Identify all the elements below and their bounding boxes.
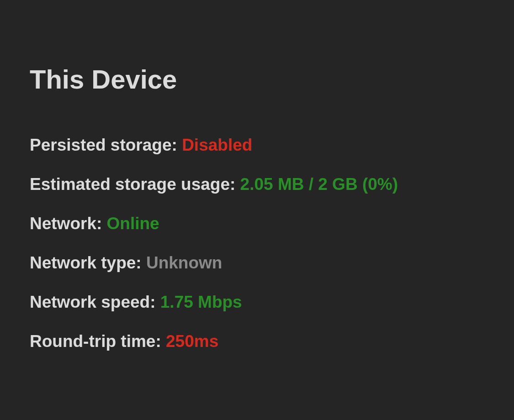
network-type-row: Network type: Unknown [30, 253, 487, 273]
network-speed-label: Network speed: [30, 293, 160, 311]
network-speed-value: 1.75 Mbps [160, 293, 242, 311]
network-value: Online [107, 214, 159, 233]
network-label: Network: [30, 214, 107, 233]
persisted-storage-label: Persisted storage: [30, 136, 182, 154]
network-type-value: Unknown [146, 253, 222, 272]
page-title: This Device [30, 64, 487, 94]
persisted-storage-row: Persisted storage: Disabled [30, 136, 487, 155]
persisted-storage-value: Disabled [182, 136, 252, 154]
network-type-label: Network type: [30, 253, 146, 272]
network-row: Network: Online [30, 214, 487, 233]
estimated-storage-label: Estimated storage usage: [30, 175, 240, 194]
rtt-row: Round-trip time: 250ms [30, 332, 487, 351]
network-speed-row: Network speed: 1.75 Mbps [30, 293, 487, 312]
estimated-storage-value: 2.05 MB / 2 GB (0%) [240, 175, 398, 194]
rtt-label: Round-trip time: [30, 332, 166, 351]
estimated-storage-row: Estimated storage usage: 2.05 MB / 2 GB … [30, 175, 487, 194]
rtt-value: 250ms [166, 332, 218, 351]
